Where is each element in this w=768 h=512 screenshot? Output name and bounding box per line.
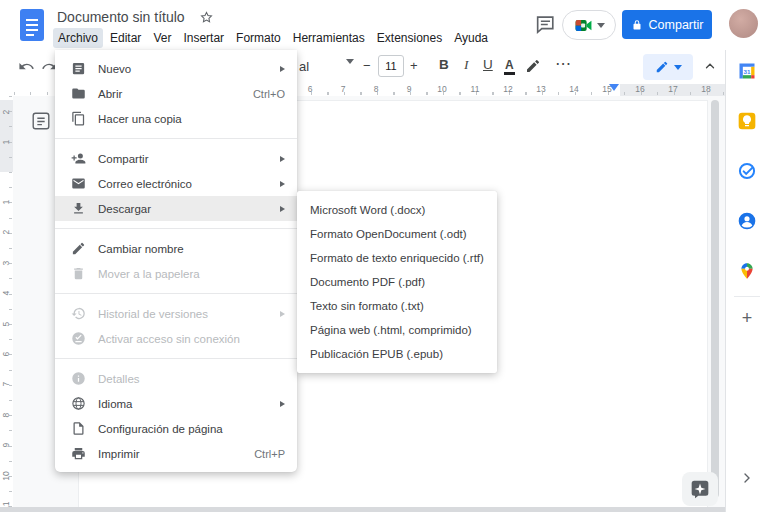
submenu-item-label: Texto sin formato (.txt) <box>310 300 424 312</box>
keep-icon[interactable] <box>737 111 757 131</box>
underline-button[interactable]: U <box>483 57 493 72</box>
ruler-number: 14 <box>567 84 581 94</box>
submenu-item-label: Documento PDF (.pdf) <box>310 276 425 288</box>
google-docs-logo[interactable] <box>19 8 45 46</box>
more-options-button[interactable]: ⋯ <box>555 54 572 73</box>
calendar-day-label: 31 <box>744 68 751 75</box>
menu-item-nuevo[interactable]: Nuevo <box>55 56 297 81</box>
font-family-select[interactable]: al <box>299 59 309 74</box>
undo-icon[interactable] <box>18 58 35 79</box>
menu-item-config-pagina[interactable]: Configuración de página <box>55 416 297 441</box>
comments-icon[interactable] <box>534 13 556 39</box>
menu-formato[interactable]: Formato <box>231 28 286 48</box>
menu-item-label: Descargar <box>98 203 151 215</box>
bold-button[interactable]: B <box>439 57 449 72</box>
folder-icon <box>70 86 86 102</box>
bottom-divider <box>0 507 725 512</box>
italic-button[interactable]: I <box>464 57 469 73</box>
tasks-icon[interactable] <box>737 161 757 181</box>
menu-herramientas[interactable]: Herramientas <box>288 28 370 48</box>
font-family-caret-icon[interactable] <box>346 64 354 82</box>
hide-side-panel-icon[interactable] <box>739 470 755 490</box>
ruler-number: 12 <box>501 84 515 94</box>
ruler-number: 18 <box>699 84 713 94</box>
font-size-input[interactable]: 11 <box>378 55 404 77</box>
menu-item-detalles: Detalles <box>55 366 297 391</box>
menu-item-hacer-copia[interactable]: Hacer una copia <box>55 106 297 131</box>
explore-button[interactable] <box>682 472 718 506</box>
menu-item-descargar[interactable]: Descargar <box>55 196 297 221</box>
submenu-item-docx[interactable]: Microsoft Word (.docx) <box>297 198 497 222</box>
contacts-icon[interactable] <box>737 211 757 231</box>
menu-item-cambiar-nombre[interactable]: Cambiar nombre <box>55 236 297 261</box>
submenu-item-rtf[interactable]: Formato de texto enriquecido (.rtf) <box>297 246 497 270</box>
editing-mode-caret-icon <box>674 65 682 70</box>
get-addons-button[interactable]: + <box>737 308 757 328</box>
ruler-number: 9 <box>1 436 11 454</box>
highlight-pen-icon[interactable] <box>525 58 541 78</box>
submenu-item-epub[interactable]: Publicación EPUB (.epub) <box>297 342 497 366</box>
menu-item-historial: Historial de versiones <box>55 301 297 326</box>
meet-caret-icon <box>597 23 605 28</box>
menu-item-label: Activar acceso sin conexión <box>98 333 240 345</box>
menu-item-idioma[interactable]: Idioma <box>55 391 297 416</box>
menu-divider <box>55 358 297 359</box>
mail-icon <box>70 176 86 192</box>
meet-camera-icon <box>574 16 593 35</box>
submenu-item-html[interactable]: Página web (.html, comprimido) <box>297 318 497 342</box>
vertical-ruler: 2 1 1 2 3 4 5 6 7 8 9 10 11 <box>0 96 13 512</box>
maps-icon[interactable] <box>737 261 757 281</box>
ruler-number: 5 <box>1 315 11 333</box>
ruler-number: 11 <box>468 84 482 94</box>
submenu-arrow-icon <box>280 311 285 317</box>
info-icon <box>70 371 86 387</box>
submenu-item-label: Publicación EPUB (.epub) <box>310 348 443 360</box>
ruler-number: 2 <box>1 103 11 121</box>
text-color-button[interactable]: A <box>504 58 515 75</box>
submenu-item-odt[interactable]: Formato OpenDocument (.odt) <box>297 222 497 246</box>
vertical-scrollbar[interactable] <box>711 100 719 498</box>
star-icon[interactable] <box>199 10 214 29</box>
menu-archivo[interactable]: Archivo <box>53 28 103 48</box>
menu-editar[interactable]: Editar <box>105 28 146 48</box>
menu-item-label: Abrir <box>98 88 122 100</box>
document-title[interactable]: Documento sin título <box>57 9 185 25</box>
increase-font-size-button[interactable]: + <box>410 58 418 73</box>
menu-item-abrir[interactable]: Abrir Ctrl+O <box>55 81 297 106</box>
menu-item-correo[interactable]: Correo electrónico <box>55 171 297 196</box>
menu-item-compartir[interactable]: Compartir <box>55 146 297 171</box>
decrease-font-size-button[interactable]: − <box>363 58 371 73</box>
submenu-item-pdf[interactable]: Documento PDF (.pdf) <box>297 270 497 294</box>
meet-button[interactable] <box>562 10 616 40</box>
file-menu: Nuevo Abrir Ctrl+O Hacer una copia Compa… <box>55 50 297 472</box>
menu-extensiones[interactable]: Extensiones <box>372 28 447 48</box>
right-indent-marker[interactable] <box>609 84 619 91</box>
document-outline-icon[interactable] <box>30 110 52 136</box>
menu-divider <box>55 228 297 229</box>
ruler-number: 10 <box>1 467 11 485</box>
menu-item-label: Mover a la papelera <box>98 268 200 280</box>
ruler-number: 1 <box>1 193 11 211</box>
menu-item-label: Nuevo <box>98 63 131 75</box>
menu-ver[interactable]: Ver <box>148 28 176 48</box>
editing-mode-button[interactable] <box>643 54 693 80</box>
submenu-arrow-icon <box>280 181 285 187</box>
menu-ayuda[interactable]: Ayuda <box>449 28 493 48</box>
download-submenu: Microsoft Word (.docx) Formato OpenDocum… <box>297 191 497 373</box>
hide-menus-icon[interactable] <box>703 59 717 77</box>
menu-item-label: Hacer una copia <box>98 113 182 125</box>
avatar[interactable] <box>729 9 758 38</box>
menu-item-label: Configuración de página <box>98 423 223 435</box>
submenu-item-label: Página web (.html, comprimido) <box>310 324 472 336</box>
ruler-number: 10 <box>435 84 449 94</box>
submenu-item-txt[interactable]: Texto sin formato (.txt) <box>297 294 497 318</box>
menu-item-imprimir[interactable]: Imprimir Ctrl+P <box>55 441 297 466</box>
share-button[interactable]: Compartir <box>622 10 712 39</box>
lock-icon <box>631 19 643 31</box>
calendar-icon[interactable]: 31 <box>737 61 757 81</box>
document-icon <box>70 61 86 77</box>
menu-bar: ArchivoEditarVerInsertarFormatoHerramien… <box>53 28 495 48</box>
submenu-arrow-icon <box>280 206 285 212</box>
submenu-arrow-icon <box>280 66 285 72</box>
menu-insertar[interactable]: Insertar <box>178 28 229 48</box>
